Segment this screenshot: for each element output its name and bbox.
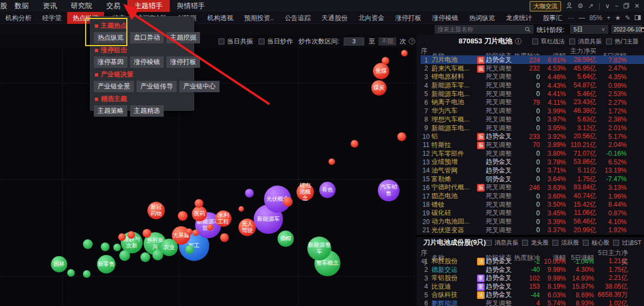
pencil-icon[interactable]: ✎ [625, 14, 630, 22]
theme-bubble-新冠药物[interactable]: 新冠药物 [147, 202, 165, 219]
tab-item-right-8[interactable]: 涨停打板 [390, 12, 427, 24]
zoom-level[interactable]: 85% [589, 14, 602, 22]
vip-chat-button[interactable]: 大咖交流 [530, 1, 561, 11]
table-row[interactable]: 2蔚来汽车概...振死叉调整2324.53%45.95亿2.47% [421, 64, 644, 73]
checkbox[interactable] [569, 39, 575, 44]
table-row[interactable]: 3锂电原材料死叉调整04.46%5.64亿4.35% [421, 72, 644, 81]
table-row[interactable]: 21光伏逆变器死叉调整03.37%20.99亿1.92% [421, 226, 644, 234]
dropdown-button-主题策略[interactable]: 主题策略 [94, 105, 127, 117]
row-name[interactable]: 业绩预增 [432, 157, 477, 167]
row-name[interactable]: 碳化硅 [432, 208, 477, 218]
dropdown-button-涨停棱镜[interactable]: 涨停棱镜 [130, 56, 164, 68]
theme-bubble-锂电池概念[interactable]: 锂电池概念 [297, 183, 314, 201]
theme-bubble[interactable] [351, 140, 358, 148]
dropdown-button-主题精选[interactable]: 主题精选 [130, 105, 164, 117]
theme-bubble[interactable] [83, 239, 93, 249]
table-row[interactable]: 12汽车零部件死叉调整03.80%71.07亿-0.16% [421, 149, 644, 158]
row-name[interactable]: 新能源车零... [432, 81, 477, 90]
help-icon[interactable]: ? [409, 38, 415, 44]
theme-bubble[interactable] [127, 231, 135, 239]
theme-bubble[interactable] [283, 197, 293, 207]
theme-bubble[interactable] [382, 57, 389, 65]
row-name[interactable]: 钠离子电池 [432, 98, 477, 107]
search-input[interactable] [437, 26, 525, 33]
theme-bubble[interactable] [397, 132, 406, 141]
tab-item-right-10[interactable]: 热词纵览 [463, 12, 500, 24]
menu-item-3[interactable]: 研究院 [64, 0, 99, 12]
collapse-bar-icon[interactable]: — [578, 14, 585, 22]
theme-bubble-焦煤[interactable]: 焦煤 [373, 63, 389, 79]
theme-bubble[interactable] [119, 250, 130, 261]
menu-item-2[interactable]: 资讯 [36, 0, 64, 12]
row-name[interactable]: 新能源车电... [432, 124, 477, 133]
menu-item-4[interactable]: 交易 [99, 0, 127, 12]
theme-bubble[interactable] [113, 244, 121, 251]
checkbox[interactable] [218, 39, 224, 44]
tab-item-right-11[interactable]: 龙虎统计 [500, 12, 537, 24]
theme-bubble-摘帽[interactable]: 摘帽 [278, 231, 294, 247]
theme-bubble[interactable] [192, 229, 199, 236]
table-row[interactable]: 5合纵科技活趋势金叉-446.03%8.69%6658.39万 [421, 290, 644, 299]
gear-icon[interactable]: ⚙ [577, 3, 583, 9]
theme-bubble[interactable] [143, 229, 151, 238]
star-icon[interactable]: ★ [615, 14, 621, 22]
table-row[interactable]: 2德新交运趋势金叉-409.98%4.30%1.75亿 [421, 265, 644, 274]
checkbox[interactable] [532, 39, 538, 44]
checkbox[interactable] [522, 240, 528, 246]
chevron-down-icon[interactable]: ∨ [605, 3, 610, 9]
tab-item-right-9[interactable]: 涨停棱镜 [427, 12, 463, 24]
checkbox[interactable] [606, 39, 612, 44]
table-row[interactable]: 16宁德时代概...振死叉调整2463.63%83.84亿3.13% [421, 183, 644, 192]
row-name[interactable]: 固态电池 [432, 192, 477, 201]
row-name[interactable]: 新能源车电... [432, 90, 477, 99]
tab-item-right-4[interactable]: 预期投资.. [239, 12, 279, 24]
table-row[interactable]: 7华为汽车死叉调整03.99%46.38亿1.72% [421, 106, 644, 115]
dropdown-button-产业链全景[interactable]: 产业链全景 [94, 81, 134, 92]
row-name[interactable]: 常铝股份 [432, 273, 477, 283]
table-row[interactable]: 11特斯拉振死叉调整703.89%110.21亿2.04% [421, 141, 644, 149]
dropdown-button-产业链中心[interactable]: 产业链中心 [179, 81, 220, 92]
restore-icon[interactable] [623, 3, 629, 10]
info-icon[interactable]: i [515, 38, 521, 44]
table-row[interactable]: 14油气管网趋势金叉03.71%5.11亿13.19% [421, 166, 644, 175]
row-name[interactable]: 鹏辉能源 [432, 299, 477, 306]
row-name[interactable]: 油气管网 [432, 166, 477, 175]
dropdown-button-主题挖掘[interactable]: 主题挖掘 [166, 32, 200, 43]
dropdown-button-盘口异动[interactable]: 盘口异动 [130, 32, 164, 43]
stat-period-select[interactable]: 5日 ∨ [570, 25, 608, 34]
collapse-icon[interactable]: ↗ [588, 3, 594, 9]
table-row[interactable]: 6鹏辉能源死叉调整45.74%8.93%1.02亿 [421, 299, 644, 306]
dropdown-button-涨停基因[interactable]: 涨停基因 [94, 56, 127, 68]
row-name[interactable]: 锂电原材料 [432, 72, 477, 81]
theme-bubble[interactable] [101, 243, 110, 251]
row-name[interactable]: 镨钕 [432, 200, 477, 209]
theme-bubble[interactable] [207, 224, 214, 231]
table-row[interactable]: 17固态电池死叉调整03.60%40.74亿1.96% [421, 192, 644, 200]
theme-bubble[interactable] [152, 250, 163, 260]
tab-item-right-12[interactable]: 股事汇 [537, 12, 568, 24]
user-icon[interactable] [566, 2, 572, 10]
table-row[interactable]: 19碳化硅死叉调整03.45%11.06亿0.87% [421, 208, 644, 217]
theme-bubble-无人驾驶[interactable]: 无人驾驶 [239, 219, 256, 236]
row-name[interactable]: 特斯拉 [432, 141, 477, 150]
menu-item-5[interactable]: 主题猎手 [127, 0, 170, 12]
theme-bubble[interactable] [401, 50, 408, 56]
menu-item-0[interactable]: 股 [0, 0, 8, 12]
theme-bubble-园林[interactable]: 园林 [51, 256, 67, 272]
row-name[interactable]: 铝 [432, 132, 477, 141]
row-name[interactable]: 汽车零部件 [432, 149, 477, 158]
theme-bubble[interactable] [185, 245, 194, 254]
row-name[interactable]: 光伏逆变器 [432, 226, 477, 235]
theme-bubble-新零售[interactable]: 新零售 [97, 255, 115, 273]
tab-item-right-3[interactable]: 机构透视 [202, 12, 239, 24]
row-name[interactable]: 刀片电池 [432, 55, 477, 65]
table-row[interactable]: 18镨钕死叉调整03.50%15.42亿8.44% [421, 200, 644, 209]
row-name[interactable]: 比亚迪 [432, 282, 477, 291]
table-row[interactable]: 5新能源车电...死叉调整04.41%5.46亿2.53% [421, 90, 644, 98]
row-name[interactable]: 动力电池回... [432, 217, 477, 226]
row-name[interactable]: 蔚来汽车概... [432, 64, 477, 73]
table-row[interactable]: 20动力电池回...死叉调整03.39%56.46亿4.10% [421, 217, 644, 226]
theme-bubble[interactable] [239, 206, 244, 212]
row-name[interactable]: 合纵科技 [432, 290, 477, 299]
table-row[interactable]: 4比亚迪重趋势金叉1538.19%15.87%38.05亿 [421, 282, 644, 291]
